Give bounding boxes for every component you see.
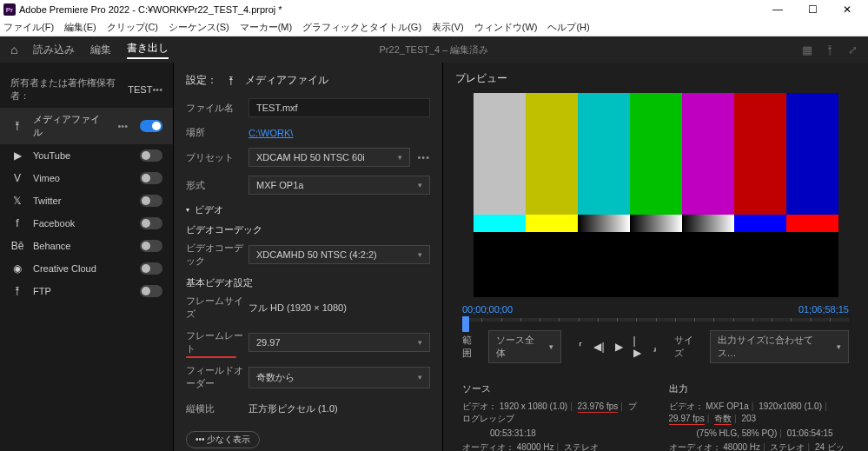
menu-clip[interactable]: クリップ(C) (107, 21, 158, 34)
preview-canvas (474, 93, 838, 297)
step-back-icon[interactable]: ◀| (593, 341, 604, 353)
preset-more-button[interactable]: ••• (417, 152, 430, 162)
owner-label: 所有者または著作権保有者： (10, 76, 123, 103)
home-icon[interactable]: ⌂ (10, 43, 17, 56)
size-label: サイズ (674, 334, 702, 360)
sidebar-owner-row: 所有者または著作権保有者： TEST ••• (0, 71, 173, 108)
close-button[interactable]: ✕ (830, 0, 865, 19)
output-audio-ch: ステレオ (770, 442, 805, 451)
workspace-icon[interactable]: ▦ (802, 43, 812, 56)
timeline[interactable] (462, 318, 849, 322)
output-scan: 奇数 (714, 414, 732, 423)
upload-icon: ⭱ (10, 120, 24, 132)
toggle-twitter[interactable] (140, 195, 162, 207)
output-tc: 01:06:54:15 (787, 428, 833, 438)
sidebar-item-vimeo[interactable]: V Vimeo (0, 167, 173, 189)
format-select[interactable]: MXF OP1a ▾ (248, 176, 430, 195)
menu-help[interactable]: ヘルプ(H) (547, 21, 589, 34)
menubar: ファイル(F) 編集(E) クリップ(C) シーケンス(S) マーカー(M) グ… (0, 19, 868, 36)
fullscreen-icon[interactable]: ⤢ (848, 43, 858, 56)
filename-input[interactable]: TEST.mxf (248, 98, 430, 117)
toggle-media[interactable] (140, 120, 162, 132)
aspect-label: 縦横比 (186, 402, 248, 415)
menu-window[interactable]: ウィンドウ(W) (474, 21, 538, 34)
menu-file[interactable]: ファイル(F) (3, 21, 54, 34)
source-fps: 23.976 fps (578, 401, 619, 411)
output-hdr: (75% HLG, 58% PQ) (697, 428, 778, 438)
video-section[interactable]: ▾ ビデオ (186, 203, 430, 216)
toggle-vimeo[interactable] (140, 172, 162, 184)
range-select[interactable]: ソース全体 ▾ (488, 330, 562, 363)
topnav: ⌂ 読み込み 編集 書き出し Pr22_TEST_4 – 編集済み ▦ ⭱ ⤢ (0, 36, 868, 63)
step-forward-icon[interactable]: |▶ (633, 335, 643, 359)
menu-edit[interactable]: 編集(E) (64, 21, 96, 34)
basic-subsection: 基本ビデオ設定 (186, 276, 430, 289)
app-icon: Pr (3, 3, 16, 16)
output-res: 1920x1080 (1.0) (759, 401, 822, 411)
share-icon[interactable]: ⭱ (825, 43, 836, 56)
settings-label: 設定： (186, 73, 217, 88)
location-label: 場所 (186, 126, 248, 139)
menu-sequence[interactable]: シーケンス(S) (169, 21, 229, 34)
mark-in-icon[interactable]: ⸢ (579, 341, 583, 353)
toggle-behance[interactable] (140, 240, 162, 252)
sidebar-item-cc[interactable]: ◉ Creative Cloud (0, 257, 173, 280)
sidebar-item-label: Behance (33, 241, 131, 251)
minimize-button[interactable]: — (760, 0, 795, 19)
sidebar-item-youtube[interactable]: ▶ YouTube (0, 144, 173, 167)
codec-select[interactable]: XDCAMHD 50 NTSC (4:2:2) ▾ (248, 245, 430, 264)
framerate-label: フレームレート (186, 329, 248, 355)
toggle-cc[interactable] (140, 262, 162, 275)
menu-marker[interactable]: マーカー(M) (240, 21, 293, 34)
project-name: Pr22_TEST_4 – 編集済み (380, 43, 489, 56)
tab-edit[interactable]: 編集 (90, 43, 111, 57)
maximize-button[interactable]: ☐ (795, 0, 830, 19)
playhead[interactable] (462, 316, 469, 332)
more-button[interactable]: ••• (117, 121, 128, 131)
framerate-select[interactable]: 29.97 ▾ (248, 333, 430, 352)
source-header: ソース (462, 382, 643, 395)
sidebar-item-behance[interactable]: Bē Behance (0, 235, 173, 257)
toggle-facebook[interactable] (140, 217, 162, 229)
sidebar-item-label: メディアファイル (33, 113, 109, 139)
sidebar-item-media[interactable]: ⭱ メディアファイル ••• (0, 108, 173, 144)
output-video-key: ビデオ： (669, 401, 704, 411)
cc-icon: ◉ (10, 262, 24, 275)
tab-export[interactable]: 書き出し (127, 41, 169, 59)
play-icon[interactable]: ▶ (615, 341, 623, 353)
size-select[interactable]: 出力サイズに合わせてス… ▾ (710, 330, 849, 363)
show-less-button[interactable]: ••• 少なく表示 (186, 431, 260, 448)
owner-more-button[interactable]: ••• (152, 84, 162, 95)
chevron-down-icon: ▾ (398, 153, 402, 162)
sidebar-item-twitter[interactable]: 𝕏 Twitter (0, 189, 173, 212)
settings-header: 設定： ⭱ メディアファイル (186, 73, 430, 88)
tab-import[interactable]: 読み込み (33, 43, 75, 57)
sidebar-item-ftp[interactable]: ⭱ FTP (0, 280, 173, 302)
source-audio-key: オーディオ： (462, 442, 514, 451)
toggle-ftp[interactable] (140, 285, 162, 297)
timecode-out: 01;06;58;15 (798, 304, 849, 315)
sidebar-item-facebook[interactable]: f Facebook (0, 212, 173, 235)
codec-value: XDCAMHD 50 NTSC (4:2:2) (256, 249, 377, 260)
timecode-in: 00;00;00;00 (462, 304, 513, 315)
framerate-value: 29.97 (256, 337, 281, 348)
sidebar-item-label: Twitter (33, 196, 131, 206)
mark-out-icon[interactable]: ⸥ (653, 341, 657, 353)
sidebar: 所有者または著作権保有者： TEST ••• ⭱ メディアファイル ••• ▶ … (0, 63, 174, 451)
location-link[interactable]: C:\WORK\ (248, 128, 430, 138)
source-audio-ch: ステレオ (564, 442, 599, 451)
source-audio-hz: 48000 Hz (517, 442, 554, 451)
toggle-youtube[interactable] (140, 149, 162, 162)
preset-select[interactable]: XDCAM HD 50 NTSC 60i ▾ (248, 148, 410, 167)
chevron-down-icon: ▾ (418, 338, 422, 347)
output-fps: 29.97 fps (669, 414, 705, 423)
output-info: 出力 ビデオ： MXF OP1a| 1920x1080 (1.0)| 29.97… (669, 382, 850, 451)
codec-label: ビデオコーデック (186, 242, 248, 268)
source-video-key: ビデオ： (462, 401, 497, 411)
source-tc: 00:53:31:18 (490, 428, 536, 438)
menu-graphics[interactable]: グラフィックとタイトル(G) (302, 21, 421, 34)
fieldorder-select[interactable]: 奇数から ▾ (248, 367, 430, 388)
output-header: 出力 (669, 382, 850, 395)
sidebar-item-label: YouTube (33, 150, 131, 161)
menu-view[interactable]: 表示(V) (432, 21, 464, 34)
